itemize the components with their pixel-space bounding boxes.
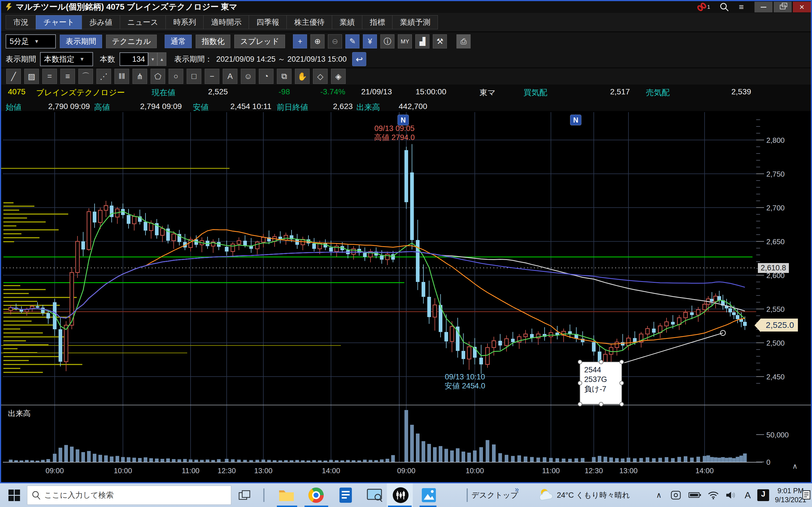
restore-button[interactable] xyxy=(774,2,792,12)
chrome-icon[interactable] xyxy=(307,483,325,507)
volume-value: 442,700 xyxy=(399,102,427,111)
vertical-lines-tool[interactable]: ‖‖ xyxy=(114,69,129,84)
tab-yosoku[interactable]: 業績予測 xyxy=(392,15,438,29)
wrench-icon[interactable]: ⚒ xyxy=(433,34,447,48)
weather-icon[interactable] xyxy=(537,483,555,507)
resize-handle[interactable] xyxy=(578,402,582,406)
info-icon[interactable]: ⓘ xyxy=(380,34,395,48)
tab-news[interactable]: ニュース xyxy=(120,15,166,29)
eraser-all-tool[interactable]: ◈ xyxy=(331,69,346,84)
resize-handle[interactable] xyxy=(599,360,603,364)
yen-icon[interactable]: ¥ xyxy=(363,34,377,48)
copy-object-tool[interactable]: ⧉ xyxy=(277,69,292,84)
period-button[interactable]: 表示期間 xyxy=(60,35,102,48)
trading-app-icon[interactable] xyxy=(392,483,409,507)
count-input[interactable]: 134 xyxy=(119,52,148,66)
drawing-toolbar: ╱▨=≡⌒⋰‖‖⋔⬠○□−A☺◔⧉✋◇◈ xyxy=(1,68,811,84)
trend-line-tool[interactable]: ╱ xyxy=(6,69,21,84)
tab-shikiho[interactable]: 四季報 xyxy=(249,15,287,29)
area-chart-icon[interactable]: ▟ xyxy=(415,34,429,48)
weather-text[interactable]: 24°C くもり時々晴れ xyxy=(557,483,650,507)
toolbar-expand-chevron[interactable]: » xyxy=(515,485,519,494)
photos-app-icon[interactable] xyxy=(420,483,438,507)
time-marker-tool[interactable]: ◔ xyxy=(259,69,273,84)
my-chart-icon[interactable]: MY xyxy=(398,34,412,48)
fibonacci-arc-tool[interactable]: ⌒ xyxy=(79,69,93,84)
normal-button[interactable]: 通常 xyxy=(165,35,192,48)
low-value: 2,454 10:11 xyxy=(231,102,271,111)
icon-stamp-tool[interactable]: ☺ xyxy=(241,69,255,84)
count-down-button[interactable]: ▼ xyxy=(148,52,157,66)
resize-handle[interactable] xyxy=(619,360,624,364)
desktop-toolbar[interactable]: デスクトップ xyxy=(474,483,516,507)
task-view-button[interactable] xyxy=(237,483,253,507)
resize-handle[interactable] xyxy=(619,402,624,406)
rectangle-tool[interactable]: □ xyxy=(187,69,201,84)
close-button[interactable]: × xyxy=(793,2,811,12)
screen-capture-icon[interactable] xyxy=(366,483,384,507)
link-group-icon[interactable]: 1 xyxy=(697,3,710,11)
print-icon[interactable]: ⎙ xyxy=(456,34,470,48)
segment-tool[interactable]: − xyxy=(205,69,219,84)
speaker-icon[interactable] xyxy=(724,483,738,507)
tab-yutai[interactable]: 株主優待 xyxy=(287,15,332,29)
tab-ayumine[interactable]: 歩み値 xyxy=(82,15,120,29)
svg-text:11:00: 11:00 xyxy=(542,466,560,475)
hidden-icons-chevron[interactable]: ∧ xyxy=(653,483,665,507)
tab-chart[interactable]: チャート xyxy=(36,15,82,29)
tab-jikeiretsu[interactable]: 時系列 xyxy=(165,15,204,29)
menu-icon[interactable]: ≡ xyxy=(739,2,744,12)
fan-line-tool[interactable]: ⋰ xyxy=(96,69,111,84)
app-logo-icon xyxy=(5,3,12,11)
file-explorer-icon[interactable] xyxy=(278,483,295,507)
title-bar: マルチツール(個別銘柄) 4075 ブレインズテクノロジー 東マ 1 ≡ × xyxy=(1,1,811,13)
pencil-icon[interactable]: ✎ xyxy=(345,34,359,48)
resize-handle[interactable] xyxy=(578,381,582,385)
chart-toolbar: 5分足 ▼ 表示期間 テクニカル 通常 指数化 スプレッド +⊕⊖✎¥ⓘMY▟⚒… xyxy=(1,32,811,51)
eraser-tool[interactable]: ◇ xyxy=(313,69,327,84)
ellipse-tool[interactable]: ○ xyxy=(168,69,183,84)
svg-text:2,450: 2,450 xyxy=(766,373,784,381)
device-icon[interactable] xyxy=(669,483,683,507)
pitchfork-tool[interactable]: ⋔ xyxy=(133,69,147,84)
resize-handle[interactable] xyxy=(619,381,624,385)
spread-button[interactable]: スプレッド xyxy=(234,35,285,48)
tab-gyoseki[interactable]: 業績 xyxy=(332,15,362,29)
count-mode-select[interactable]: 本数指定 ▼ xyxy=(40,52,93,66)
text-tool[interactable]: A xyxy=(223,69,238,84)
taskbar-separator xyxy=(467,489,468,502)
minimize-button[interactable] xyxy=(755,2,772,12)
indexed-button[interactable]: 指数化 xyxy=(196,35,231,48)
mail-app-icon[interactable] xyxy=(337,483,354,507)
ask-price: 2,539 xyxy=(731,87,751,96)
resize-handle[interactable] xyxy=(599,402,603,406)
count-up-button[interactable]: ▲ xyxy=(157,52,166,66)
tab-shikyo[interactable]: 市況 xyxy=(6,15,36,29)
news-marker-icon[interactable]: N xyxy=(570,115,581,125)
parallel-line-tool[interactable]: ▨ xyxy=(24,69,39,84)
period-toolbar: 表示期間 本数指定 ▼ 本数 134 ▼ ▲ 表示期間： 2021/09/09 … xyxy=(1,51,811,68)
ime-language-indicator[interactable]: A xyxy=(742,483,754,507)
action-center-icon[interactable] xyxy=(801,483,812,507)
tab-shihyo[interactable]: 指標 xyxy=(362,15,393,29)
price-volume-chart[interactable]: 2,8002,7502,7002,6502,6002,5502,5002,450… xyxy=(1,111,811,477)
interval-select[interactable]: 5分足 ▼ xyxy=(6,34,56,48)
horizontal-3-lines-tool[interactable]: ≡ xyxy=(60,69,75,84)
reload-button[interactable]: ↩ xyxy=(352,52,366,66)
search-icon[interactable] xyxy=(719,2,729,12)
pentagon-tool[interactable]: ⬠ xyxy=(151,69,165,84)
taskbar-search-input[interactable]: ここに入力して検索 xyxy=(27,486,231,505)
hand-tool[interactable]: ✋ xyxy=(295,69,310,84)
note-line: 2544 xyxy=(584,365,621,375)
horizontal-2-lines-tool[interactable]: = xyxy=(42,69,57,84)
tab-tekijikaiji[interactable]: 適時開示 xyxy=(203,15,249,29)
technical-button[interactable]: テクニカル xyxy=(106,35,157,48)
wifi-icon[interactable] xyxy=(706,483,720,507)
zoom-in-icon[interactable]: ⊕ xyxy=(310,34,324,48)
resize-handle[interactable] xyxy=(578,360,582,364)
zoom-out-icon[interactable]: ⊖ xyxy=(328,34,342,48)
start-button[interactable] xyxy=(6,483,22,507)
battery-icon[interactable] xyxy=(688,483,702,507)
crosshair-icon[interactable]: + xyxy=(293,34,307,48)
note-box[interactable]: 2544 2537G 負け-7 xyxy=(580,362,622,404)
